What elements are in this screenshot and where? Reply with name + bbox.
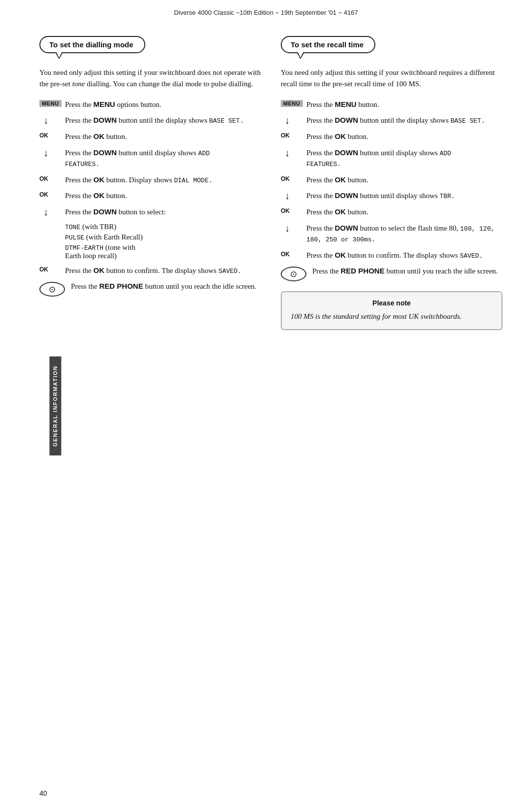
page-number: 40	[39, 789, 47, 797]
step-ok-4: OK Press the OK button to confirm. The d…	[39, 265, 261, 276]
step-text: Press the OK button to confirm. The disp…	[65, 265, 241, 276]
left-intro: You need only adjust this setting if you…	[39, 67, 261, 90]
step-phone: ⊙ Press the RED PHONE button until you r…	[281, 266, 502, 281]
step-text: Press the DOWN button until the display …	[65, 115, 244, 126]
please-note-box: Please note 100 MS is the standard setti…	[281, 291, 502, 330]
step-down-4: ↓ Press the DOWN button to select the fl…	[281, 223, 502, 245]
right-column: To set the recall time You need only adj…	[281, 36, 502, 330]
step-text: Press the RED PHONE button until you rea…	[71, 281, 257, 292]
right-section-title: To set the recall time	[281, 36, 375, 53]
down-arrow: ↓	[39, 147, 65, 159]
side-label-bar: GENERAL INFORMATION	[49, 357, 61, 456]
step-text: Press the DOWN button until the display …	[306, 115, 485, 126]
step-text: Press the OK button. Display shows DIAL …	[65, 174, 212, 186]
down-arrow: ↓	[281, 115, 306, 126]
step-menu: MENU Press the MENU button.	[281, 99, 502, 110]
right-intro: You need only adjust this setting if you…	[281, 67, 502, 90]
step-down-1: ↓ Press the DOWN button until the displa…	[39, 115, 261, 126]
ok-key: OK	[281, 250, 306, 258]
ok-key: OK	[281, 131, 306, 139]
ok-key: OK	[39, 190, 65, 198]
phone-icon: ⊙	[281, 267, 306, 281]
menu-key: MENU	[39, 100, 62, 107]
down-arrow: ↓	[281, 190, 306, 202]
step-ok-2: OK Press the OK button. Display shows DI…	[39, 174, 261, 186]
step-down-2: ↓ Press the DOWN button until display sh…	[281, 147, 502, 169]
dtmf-option: DTMF-EARTH (tone withEarth loop recall)	[65, 243, 261, 260]
down-arrow: ↓	[39, 115, 65, 126]
step-ok-2: OK Press the OK button.	[281, 174, 502, 186]
step-text: Press the OK button.	[306, 174, 368, 186]
step-text: Press the DOWN button to select:	[65, 206, 166, 218]
step-ok-3: OK Press the OK button.	[281, 206, 502, 218]
pulse-option: PULSE (with Earth Recall)	[65, 233, 261, 241]
tone-option: TONE (with TBR)	[65, 223, 261, 231]
step-down-3: ↓ Press the DOWN button to select:	[39, 206, 261, 218]
left-steps: MENU Press the MENU options button. ↓ Pr…	[39, 99, 261, 297]
step-ok-4: OK Press the OK button to confirm. The d…	[281, 250, 502, 261]
left-section-title: To set the dialling mode	[39, 36, 145, 53]
left-column: To set the dialling mode You need only a…	[39, 36, 261, 330]
step-text: Press the OK button.	[306, 131, 368, 142]
ok-key: OK	[281, 206, 306, 214]
menu-key: MENU	[281, 100, 303, 107]
ok-key: OK	[39, 265, 65, 273]
step-text: Press the OK button.	[306, 206, 368, 218]
step-text: Press the DOWN button to select the flas…	[306, 223, 502, 245]
step-text: Press the MENU options button.	[65, 99, 161, 110]
step-phone: ⊙ Press the RED PHONE button until you r…	[39, 281, 261, 297]
right-steps: MENU Press the MENU button. ↓ Press the …	[281, 99, 502, 282]
step-menu: MENU Press the MENU options button.	[39, 99, 261, 110]
step-text: Press the DOWN button until display show…	[306, 190, 455, 202]
step-text: Press the RED PHONE button until you rea…	[312, 266, 498, 277]
step-text: Press the MENU button.	[306, 99, 379, 110]
step-ok-1: OK Press the OK button.	[39, 131, 261, 142]
step-text: Press the OK button.	[65, 190, 127, 202]
step-text: Press the OK button.	[65, 131, 127, 142]
step-text: Press the OK button to confirm. The disp…	[306, 250, 483, 261]
step-ok-3: OK Press the OK button.	[39, 190, 261, 202]
down-arrow: ↓	[281, 223, 306, 234]
ok-key: OK	[39, 174, 65, 182]
step-text: Press the DOWN button until display show…	[306, 147, 451, 169]
ok-key: OK	[281, 174, 306, 182]
step-down-1: ↓ Press the DOWN button until the displa…	[281, 115, 502, 126]
down-arrow: ↓	[281, 147, 306, 159]
ok-key: OK	[39, 131, 65, 139]
header-title: Diverse 4000 Classic ~10th Edition ~ 19t…	[174, 9, 358, 16]
step-ok-1: OK Press the OK button.	[281, 131, 502, 142]
step-down-3: ↓ Press the DOWN button until display sh…	[281, 190, 502, 202]
note-text: 100 MS is the standard setting for most …	[291, 311, 493, 322]
step-text: Press the DOWN button until display show…	[65, 147, 210, 169]
page-header: Diverse 4000 Classic ~10th Edition ~ 19t…	[0, 0, 532, 21]
phone-icon: ⊙	[39, 282, 65, 297]
down-arrow: ↓	[39, 206, 65, 218]
step-down-2: ↓ Press the DOWN button until display sh…	[39, 147, 261, 169]
note-title: Please note	[291, 299, 493, 307]
side-label-text: GENERAL INFORMATION	[52, 366, 58, 447]
